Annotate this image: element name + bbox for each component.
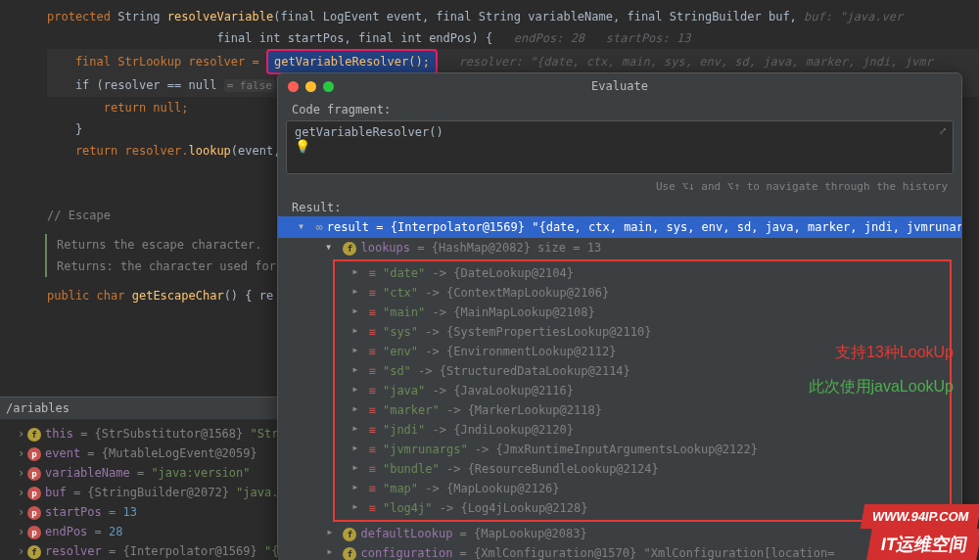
field-icon: f <box>343 547 356 560</box>
getesc-post: () { re <box>224 289 274 303</box>
param-icon: p <box>27 506 41 520</box>
getescapechar: getEscapeChar <box>132 289 224 303</box>
field-icon: f <box>343 528 356 541</box>
method-name: resolveVariable <box>167 10 273 23</box>
lookup-entry[interactable]: ▾ ≡ "map" -> {MapLookup@2126} <box>337 479 948 498</box>
expand-icon[interactable]: ⤢ <box>939 125 947 136</box>
watermark-url: WWW.94IP.COM <box>861 504 979 529</box>
expression-input[interactable]: getVariableResolver() ⤢ 💡 <box>286 120 954 174</box>
annotation-red: 支持13种LookUp <box>835 343 954 363</box>
defaultlookup-val: = {MapLookup@2083} <box>452 527 586 540</box>
field-icon: f <box>27 545 41 559</box>
result-root[interactable]: ▾ ∞result = {Interpolator@1569} "{date, … <box>278 216 961 238</box>
lookup-entry[interactable]: ▾ ≡ "bundle" -> {ResourceBundleLookup@21… <box>337 459 948 479</box>
if-cond: if (resolver == null <box>47 78 224 92</box>
config-val: = {XmlConfiguration@1570} "XmlConfigurat… <box>452 546 834 560</box>
brace: } <box>47 122 82 136</box>
variable-row[interactable]: ›pvariableName = "java:version" <box>0 463 303 483</box>
resolver-decl: final StrLookup resolver = <box>47 55 266 69</box>
lookup-entry[interactable]: ▾ ≡ "ctx" -> {ContextMapLookup@2106} <box>337 283 948 303</box>
variable-row[interactable]: ›pstartPos = 13 <box>0 502 303 522</box>
lookup-args: (event, <box>231 144 281 158</box>
lookup-entry[interactable]: ▾ ≡ "sys" -> {SystemPropertiesLookup@211… <box>337 322 948 342</box>
variable-row[interactable]: ›fresolver = {Interpolator@1569} "{date,… <box>0 541 303 560</box>
minimize-icon[interactable] <box>305 81 316 92</box>
inlay-startpos: startPos: 13 <box>584 31 690 45</box>
field-icon: f <box>27 428 41 442</box>
lookup-entry[interactable]: ▾ ≡ "log4j" -> {Log4jLookup@2128} <box>337 498 948 518</box>
param-icon: p <box>27 526 41 539</box>
link-icon: ∞ <box>315 220 322 234</box>
evaluate-popup[interactable]: Evaluate Code fragment: getVariableResol… <box>277 72 962 559</box>
watermark-brand: IT运维空间 <box>866 529 979 560</box>
lookups-node[interactable]: ▾ flookups = {HashMap@2082} size = 13 <box>278 238 961 257</box>
lookups-name: lookups <box>360 241 410 255</box>
return-pre: return resolver. <box>47 144 189 158</box>
inlay-resolver: resolver: "{date, ctx, main, sys, env, s… <box>438 55 933 69</box>
public-char: public char <box>47 289 132 303</box>
inlay-hint: buf: "java.ver <box>804 10 903 23</box>
variables-panel[interactable]: /ariables ›fthis = {StrSubstitutor@1568}… <box>0 397 303 560</box>
result-label: Result: <box>278 199 961 216</box>
lookup-entry[interactable]: ▾ ≡ "jvmrunargs" -> {JmxRuntimeInputArgu… <box>337 440 948 459</box>
expression-text: getVariableResolver() <box>295 125 443 139</box>
variable-row[interactable]: ›pevent = {MutableLogEvent@2059} <box>0 443 303 463</box>
kw-protected: protected <box>47 10 117 23</box>
nav-hint: Use ⌥↓ and ⌥↑ to navigate through the hi… <box>278 174 961 199</box>
param-icon: p <box>27 467 41 481</box>
param-icon: p <box>27 487 41 500</box>
result-root-text: result = {Interpolator@1569} "{date, ctx… <box>327 220 961 234</box>
defaultlookup-node[interactable]: ▾ fdefaultLookup = {MapLookup@2083} <box>278 524 961 543</box>
evaluate-title: Evaluate <box>591 79 648 93</box>
params: (final LogEvent event, final String vari… <box>273 10 804 23</box>
variables-body[interactable]: ›fthis = {StrSubstitutor@1568} "StrSubst… <box>0 420 303 560</box>
defaultlookup-name: defaultLookup <box>360 527 452 540</box>
fragment-label: Code fragment: <box>278 99 961 120</box>
highlighted-call[interactable]: getVariableResolver(); <box>266 49 438 74</box>
variable-row[interactable]: ›pbuf = {StringBuilder@2072} "java.versi… <box>0 483 303 502</box>
lookups-val: = {HashMap@2082} size = 13 <box>410 241 601 255</box>
param-icon: p <box>27 447 41 461</box>
evaluate-titlebar[interactable]: Evaluate <box>278 73 961 99</box>
zoom-icon[interactable] <box>323 81 334 92</box>
close-icon[interactable] <box>288 81 299 92</box>
variables-title: /ariables <box>0 397 303 420</box>
config-name: configuration <box>360 546 452 560</box>
type-string: String <box>117 10 167 23</box>
bulb-icon[interactable]: 💡 <box>295 139 945 154</box>
field-icon: f <box>343 242 356 256</box>
getvariableresolver-call: getVariableResolver(); <box>274 55 430 69</box>
return-null: return null; <box>47 101 189 115</box>
params2: final int startPos, final int endPos) { <box>47 31 514 45</box>
lookup-entry[interactable]: ▾ ≡ "date" -> {DateLookup@2104} <box>337 263 948 283</box>
lookup-entry[interactable]: ▾ ≡ "jndi" -> {JndiLookup@2120} <box>337 420 948 440</box>
inlay-false: = false <box>224 79 275 92</box>
window-controls[interactable] <box>288 81 334 92</box>
lookup-entry[interactable]: ▾ ≡ "main" -> {MainMapLookup@2108} <box>337 303 948 322</box>
variable-row[interactable]: ›pendPos = 28 <box>0 522 303 541</box>
lookup-call: lookup <box>189 144 231 158</box>
variable-row[interactable]: ›fthis = {StrSubstitutor@1568} "StrSubst… <box>0 424 303 443</box>
annotation-green: 此次使用javaLookUp <box>809 377 955 397</box>
escape-comment: // Escape <box>47 209 111 222</box>
configuration-node[interactable]: ▾ fconfiguration = {XmlConfiguration@157… <box>278 543 961 560</box>
lookup-entry[interactable]: ▾ ≡ "marker" -> {MarkerLookup@2118} <box>337 400 948 420</box>
inlay-endpos: endPos: 28 <box>514 31 584 45</box>
